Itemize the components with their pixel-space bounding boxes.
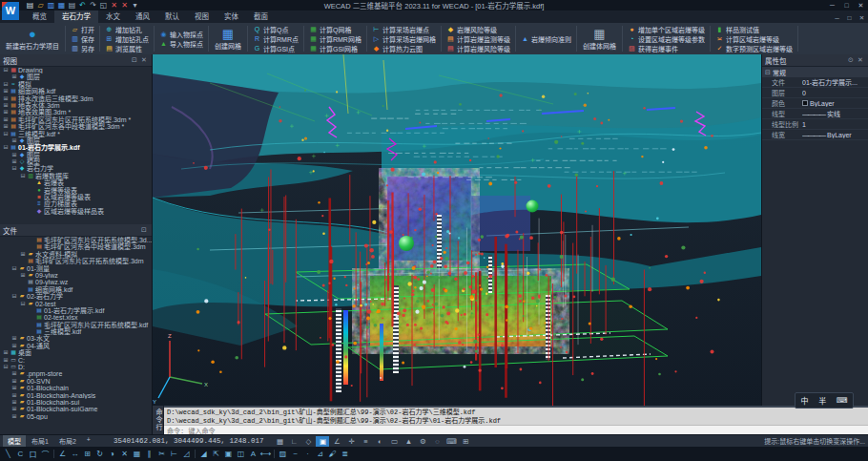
- 3d-viewport[interactable]: X Z Y: [153, 54, 761, 406]
- extend-icon[interactable]: ⊢: [168, 448, 180, 460]
- expander-icon[interactable]: ⊟: [2, 364, 10, 370]
- copy-icon[interactable]: ⊞: [81, 448, 93, 460]
- hardware-accel-toggle[interactable]: ⌨: [444, 436, 458, 447]
- lineweight-toggle[interactable]: ≡: [359, 436, 372, 447]
- array-icon[interactable]: ▦: [131, 448, 143, 460]
- property-row[interactable]: 线型————实线: [762, 109, 868, 119]
- tab-rock-mechanics[interactable]: 岩石力学: [54, 9, 98, 23]
- clean-screen-toggle[interactable]: ⊞: [459, 436, 472, 447]
- tree-item[interactable]: ⊟▥岩爆数据库: [0, 173, 152, 179]
- tree-item[interactable]: ⊞▰01-Blockchain-suiGame: [0, 406, 152, 412]
- expander-icon[interactable]: ⊞: [10, 158, 18, 165]
- ortho-toggle[interactable]: ∟: [287, 436, 300, 447]
- create-volume-grid-button[interactable]: ▦创建体网格: [579, 24, 620, 53]
- expander-icon[interactable]: ⊞: [19, 251, 27, 258]
- expander-icon[interactable]: ⊟: [2, 81, 10, 88]
- calc-gsi-point-button[interactable]: G计算GSI点: [250, 44, 301, 53]
- add-borehole-point-button[interactable]: ⊞增加钻孔点: [102, 34, 152, 44]
- property-row[interactable]: 文件01-岩石力学展示...: [762, 77, 868, 88]
- command-line-tab[interactable]: 命令行: [153, 406, 164, 434]
- doc-close-button[interactable]: ✕: [856, 12, 868, 23]
- tree-item[interactable]: ⊞▤毛坪矿区河东各中段巷道模型.3dm *: [0, 123, 152, 130]
- tab-hydrology[interactable]: 水文: [98, 9, 128, 23]
- sample-test-value-button[interactable]: ▮样品测试值: [713, 25, 796, 34]
- isolate-objects-toggle[interactable]: ◌: [430, 436, 444, 447]
- polar-tracking-toggle[interactable]: ◇: [301, 436, 315, 447]
- viewport-icon[interactable]: ◱: [98, 1, 109, 10]
- tree-item[interactable]: ⊟▤01-岩石力学展示.kdf: [0, 144, 152, 151]
- tree-item[interactable]: ⊞▰00-SVN: [0, 378, 152, 385]
- command-history[interactable]: D:\wecad_sdk_ky\3d_cad_2\bin_git\矿山-典型例题…: [164, 408, 868, 425]
- layout2-tab[interactable]: 布局2: [54, 435, 81, 447]
- tree-item[interactable]: ⊞▰09-ylwz: [0, 272, 152, 279]
- point-icon[interactable]: ·: [301, 448, 314, 460]
- ime-language-toggle[interactable]: 中: [800, 395, 808, 406]
- tree-item[interactable]: ⊟▰02-test: [0, 301, 152, 307]
- circle-icon[interactable]: C: [14, 448, 27, 460]
- tree-item[interactable]: ⊞▰.pnpm-store: [0, 370, 152, 377]
- tree-item[interactable]: ⊟▰02-岩石力学: [0, 293, 152, 300]
- restore-button[interactable]: □: [839, 1, 854, 10]
- grid-toggle[interactable]: ▦: [273, 436, 286, 447]
- expander-icon[interactable]: ⊞: [10, 385, 18, 391]
- tree-item[interactable]: ⊞▤地表效果图.3dm *: [0, 109, 152, 115]
- save-icon[interactable]: ▥: [46, 1, 56, 10]
- pin-icon[interactable]: ⊙: [846, 56, 856, 64]
- expander-icon[interactable]: ⊞: [10, 152, 18, 158]
- expander-icon[interactable]: ⊟: [10, 265, 18, 272]
- line-icon[interactable]: ╲: [2, 448, 14, 460]
- tree-item[interactable]: ⊞▤排水改造后三维模型.3dm: [0, 95, 152, 102]
- collapse-icon[interactable]: ⊟: [765, 69, 773, 76]
- dynamic-input-toggle[interactable]: ✛: [344, 436, 358, 447]
- browse-properties-button[interactable]: ▤浏览属性: [102, 44, 152, 53]
- dimension-icon[interactable]: ⟷: [259, 448, 272, 460]
- pin-icon[interactable]: ⊡: [139, 226, 149, 234]
- tree-item[interactable]: ⊞◆图层: [0, 73, 152, 80]
- tree-item[interactable]: ⊟◆岩石力学: [0, 165, 152, 172]
- redo-icon[interactable]: ↷: [88, 1, 98, 10]
- arc-icon[interactable]: ⌒: [39, 448, 52, 460]
- ime-width-toggle[interactable]: 半: [818, 395, 826, 406]
- close-button[interactable]: ✕: [854, 1, 868, 10]
- expander-icon[interactable]: ⊞: [2, 88, 10, 94]
- expander-icon[interactable]: ⊞: [10, 73, 18, 80]
- add-borehole-button[interactable]: ⊕增加钻孔: [102, 25, 152, 34]
- command-prompt-input[interactable]: 命令: 键入命令: [164, 425, 868, 434]
- calc-stope-rockburst-point-button[interactable]: ⊢计算采场岩爆点: [369, 25, 439, 34]
- tab-section[interactable]: 截面: [246, 9, 276, 23]
- expander-icon[interactable]: ⊞: [2, 109, 10, 115]
- save-button[interactable]: ▥保存: [68, 34, 97, 44]
- tree-item[interactable]: ⊞◇模型: [0, 158, 152, 165]
- tree-item[interactable]: ▤毛坪矿区河东片区开拓系统模型.kdf: [0, 322, 152, 328]
- pin-icon[interactable]: ⊡: [130, 56, 139, 64]
- workspace-gear-toggle[interactable]: ⚙: [416, 436, 429, 447]
- digital-predict-region-grade-button[interactable]: ✓数字预测区域岩爆等级: [713, 44, 796, 53]
- tab-ventilation[interactable]: 通风: [128, 9, 157, 23]
- set-region-grade-params-button[interactable]: ◔设置区域岩爆等级参数: [625, 34, 708, 44]
- expander-icon[interactable]: ⊞: [10, 378, 18, 385]
- calc-rockburst-risk-grade-button[interactable]: ▤计算岩爆风险等级: [444, 44, 513, 53]
- otrack-toggle[interactable]: ∠: [330, 436, 343, 447]
- tree-item[interactable]: ▤细面网格.kdf: [0, 286, 152, 293]
- expander-icon[interactable]: ⊞: [2, 102, 10, 109]
- tree-item[interactable]: ⊟▤三维模型.kdf *: [0, 131, 152, 137]
- new-file-icon[interactable]: ▤: [25, 1, 35, 10]
- calc-rockburst-monitor-grade-button[interactable]: ▤计算岩爆监测等级: [444, 34, 513, 44]
- expander-icon[interactable]: ⊟: [10, 293, 18, 300]
- get-rockburst-events-button[interactable]: ▨获得岩爆事件: [625, 44, 708, 53]
- properties-section-general[interactable]: ⊟ 常规: [762, 67, 868, 77]
- erase-icon[interactable]: ✕: [118, 448, 131, 460]
- import-survey-point-button[interactable]: ▲导入物探点: [156, 39, 206, 49]
- block-icon[interactable]: ▣: [222, 448, 235, 460]
- rockburst-risk-grade-button[interactable]: ◆岩爆风险等级: [444, 25, 513, 34]
- doc-restore-button[interactable]: □: [843, 12, 856, 23]
- expander-icon[interactable]: ⊞: [2, 123, 10, 130]
- expander-icon[interactable]: ⊞: [10, 399, 18, 406]
- app-logo[interactable]: W: [2, 2, 19, 20]
- new-layout-tab[interactable]: +: [82, 435, 95, 447]
- tree-item[interactable]: ⊞▰04-通风: [0, 343, 152, 349]
- property-row[interactable]: 线型比例1: [762, 119, 868, 130]
- property-row[interactable]: 线宽————ByLayer: [762, 130, 868, 140]
- tree-item[interactable]: ⊟▭D:: [0, 364, 152, 370]
- undo-icon[interactable]: ↶: [77, 1, 88, 10]
